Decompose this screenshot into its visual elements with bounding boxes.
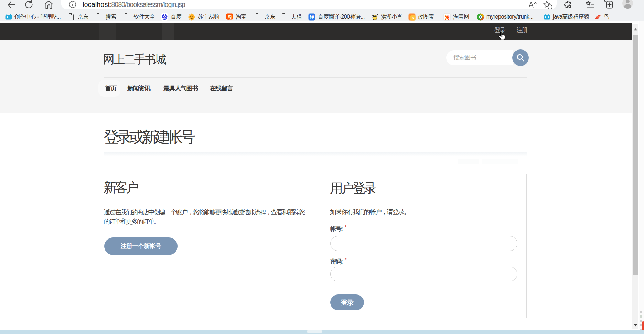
svg-text:译: 译 (309, 15, 314, 20)
svg-text:淘: 淘 (227, 15, 232, 19)
svg-text:du: du (163, 16, 166, 20)
svg-text:淘: 淘 (445, 15, 449, 20)
